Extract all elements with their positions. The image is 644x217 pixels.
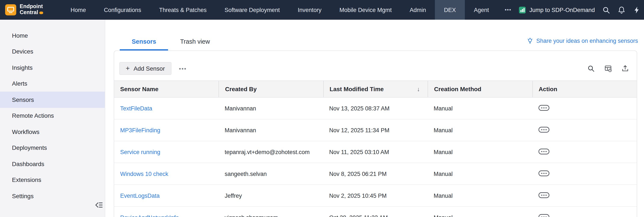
card-toolbar: + Add Sensor ••• [114, 51, 637, 75]
sidebar-item[interactable]: Extensions [0, 172, 105, 188]
topbar-nav-item[interactable]: Inventory [289, 0, 330, 20]
row-more-actions-button[interactable] [538, 148, 549, 154]
content-tab[interactable]: Trash view [168, 33, 222, 51]
created-by-cell: vignesh shanmugam [219, 214, 323, 217]
col-sensor-name[interactable]: Sensor Name [114, 81, 219, 97]
topbar-more-button[interactable]: ••• [498, 7, 518, 13]
table-row: EventLogsData Jeffrey Nov 2, 2025 10:45 … [114, 185, 637, 207]
ellipsis-pill-icon [538, 105, 549, 111]
collapse-sidebar-icon[interactable] [94, 200, 104, 210]
col-last-modified-label: Last Modified Time [330, 86, 384, 92]
last-modified-cell: Nov 12, 2025 11:34 PM [323, 127, 428, 133]
content-tab-label: Trash view [180, 38, 210, 45]
quick-actions-bolt-icon[interactable] [633, 6, 641, 14]
sdp-ondemand-icon [518, 6, 526, 14]
topbar-nav-label: Agent [474, 7, 489, 13]
col-action: Action [532, 81, 637, 97]
creation-method-cell: Manual [428, 105, 532, 111]
topbar-nav-label: Mobile Device Mgmt [339, 7, 392, 13]
tabs-group: Sensors Trash view [120, 20, 222, 51]
table-search-icon[interactable] [587, 65, 595, 72]
table-row: Service running tepanraj.vt+demo@zohotes… [114, 141, 637, 163]
sensor-name-link[interactable]: EventLogsData [120, 192, 160, 199]
notifications-bell-icon[interactable] [618, 6, 626, 14]
topbar-right-cluster: Jump to SDP-OnDemand [518, 4, 644, 16]
sidebar-item[interactable]: Insights [0, 60, 105, 76]
sidebar-item[interactable]: Dashboards [0, 156, 105, 172]
creation-method-cell: Manual [428, 127, 532, 133]
row-more-actions-button[interactable] [538, 192, 549, 198]
sidebar-nav: Home Devices Insights Alerts Sensors Rem… [0, 27, 105, 204]
row-more-actions-button[interactable] [538, 126, 549, 132]
share-ideas-link[interactable]: Share your ideas on enhancing sensors [526, 37, 638, 45]
app-root: Endpoint Central Home Configurations Thr… [0, 0, 644, 217]
topbar-nav: Home Configurations Threats & Patches So… [62, 0, 498, 20]
sensor-name-link[interactable]: DeviceAndNetworkInfo [120, 214, 179, 217]
sidebar-item[interactable]: Sensors [0, 92, 105, 108]
topbar-nav-label: Inventory [298, 7, 321, 13]
creation-method-cell: Manual [428, 170, 532, 177]
topbar: Endpoint Central Home Configurations Thr… [0, 0, 644, 20]
ellipsis-pill-icon [538, 214, 549, 217]
sidebar-item-label: Remote Actions [12, 112, 54, 119]
col-created-by[interactable]: Created By [219, 81, 323, 97]
last-modified-cell: Nov 2, 2025 10:45 PM [323, 192, 428, 199]
sensor-name-link[interactable]: Windows 10 check [120, 170, 168, 177]
topbar-nav-item[interactable]: Mobile Device Mgmt [330, 0, 401, 20]
row-more-actions-button[interactable] [538, 214, 549, 217]
sensor-name-link[interactable]: MP3FileFinding [120, 127, 160, 133]
topbar-nav-label: Software Deployment [224, 7, 280, 13]
add-sensor-button[interactable]: + Add Sensor [119, 62, 171, 75]
topbar-nav-item[interactable]: Agent [465, 0, 498, 20]
sensor-name-cell: MP3FileFinding [114, 127, 219, 133]
toolbar-more-button[interactable]: ••• [179, 65, 187, 72]
table-body: TextFileData Manivannan Nov 13, 2025 08:… [114, 98, 637, 217]
content-tab[interactable]: Sensors [120, 33, 168, 51]
topbar-nav-label: Configurations [104, 7, 141, 13]
row-more-actions-button[interactable] [538, 105, 549, 111]
row-more-actions-button[interactable] [538, 170, 549, 176]
created-by-cell: Manivannan [219, 105, 323, 111]
created-by-cell: Manivannan [219, 127, 323, 133]
export-icon[interactable] [621, 65, 629, 72]
sort-descending-icon[interactable]: ↓ [417, 86, 420, 92]
table-header: Sensor Name Created By Last Modified Tim… [114, 80, 637, 98]
jump-to-sdp-link[interactable]: Jump to SDP-OnDemand [518, 6, 595, 14]
sidebar-item[interactable]: Home [0, 27, 105, 44]
topbar-nav-item[interactable]: Threats & Patches [150, 0, 216, 20]
topbar-nav-item[interactable]: Configurations [95, 0, 150, 20]
sensor-name-link[interactable]: Service running [120, 149, 160, 155]
sidebar-item[interactable]: Devices [0, 44, 105, 60]
brand-logo[interactable]: Endpoint Central [0, 4, 62, 16]
plus-icon: + [126, 65, 130, 72]
row-action-cell [532, 126, 637, 134]
last-modified-cell: Nov 11, 2025 03:10 AM [323, 149, 428, 155]
sidebar-item[interactable]: Alerts [0, 76, 105, 92]
add-sensor-label: Add Sensor [134, 65, 165, 72]
topbar-nav-item[interactable]: Home [62, 0, 95, 20]
sensor-name-cell: DeviceAndNetworkInfo [114, 214, 219, 217]
sidebar-item[interactable]: Settings [0, 188, 105, 204]
created-by-cell: tepanraj.vt+demo@zohotest.com [219, 149, 323, 155]
topbar-nav-label: Home [70, 7, 86, 13]
last-modified-cell: Nov 8, 2025 06:21 PM [323, 170, 428, 177]
col-creation-method[interactable]: Creation Method [428, 81, 532, 97]
last-modified-cell: Nov 13, 2025 08:37 AM [323, 105, 428, 111]
topbar-nav-item[interactable]: DEX [435, 0, 465, 20]
search-icon[interactable] [602, 6, 610, 14]
sensor-name-link[interactable]: TextFileData [120, 105, 152, 111]
table-row: MP3FileFinding Manivannan Nov 12, 2025 1… [114, 119, 637, 141]
view-options-icon[interactable] [604, 65, 612, 72]
sidebar-item-label: Extensions [12, 176, 41, 183]
brand-line2: Central [20, 10, 38, 16]
brand-accent-dot [39, 12, 43, 14]
col-last-modified[interactable]: Last Modified Time ↓ [323, 81, 428, 97]
content-tab-label: Sensors [132, 38, 156, 45]
sidebar-item[interactable]: Remote Actions [0, 108, 105, 124]
sidebar-item[interactable]: Deployments [0, 140, 105, 156]
topbar-nav-item[interactable]: Software Deployment [216, 0, 289, 20]
tabs-row: Sensors Trash view Share your ideas on e… [105, 20, 644, 51]
sidebar-item-label: Deployments [12, 144, 47, 151]
topbar-nav-item[interactable]: Admin [401, 0, 435, 20]
sidebar-item[interactable]: Workflows [0, 124, 105, 140]
